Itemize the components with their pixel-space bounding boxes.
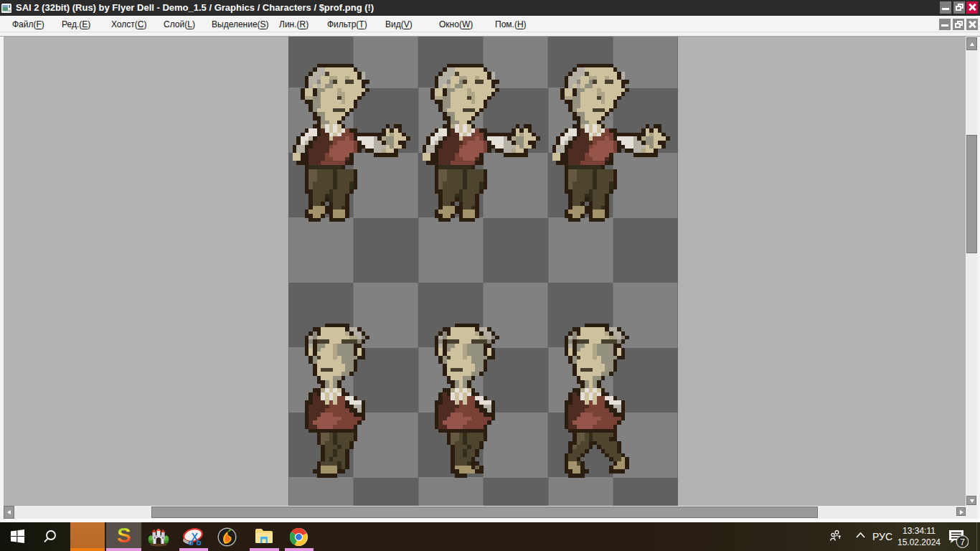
- svg-text:7: 7: [960, 537, 965, 547]
